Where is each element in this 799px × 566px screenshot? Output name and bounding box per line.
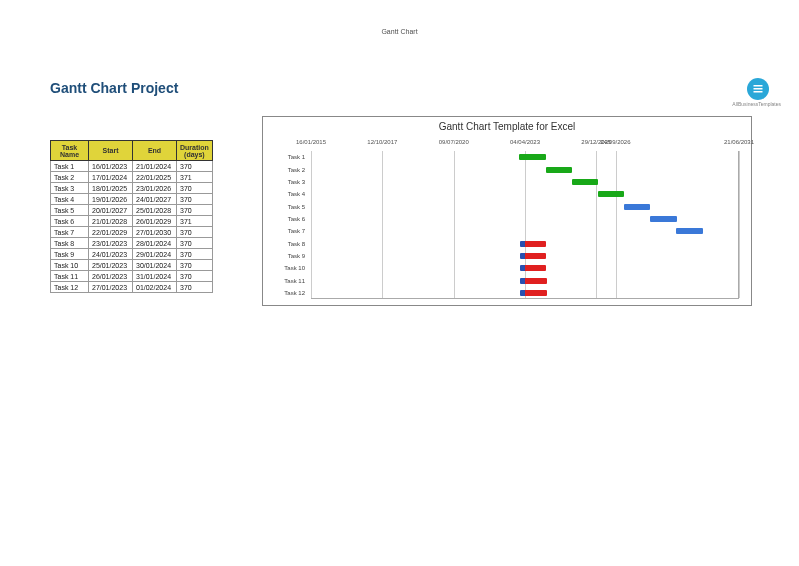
document-title: Gantt Chart [0, 28, 799, 35]
table-cell: 371 [177, 172, 213, 183]
gridline [382, 151, 383, 298]
gridline [739, 151, 740, 298]
table-row: Task 116/01/202321/01/2024370 [51, 161, 213, 172]
gantt-bar [624, 204, 650, 210]
table-cell: 370 [177, 183, 213, 194]
gridline [311, 151, 312, 298]
table-cell: Task 1 [51, 161, 89, 172]
y-axis-labels: Task 1Task 2Task 3Task 4Task 5Task 6Task… [263, 151, 309, 299]
table-cell: Task 5 [51, 205, 89, 216]
x-tick-label: 21/06/2031 [724, 139, 754, 145]
table-cell: 370 [177, 249, 213, 260]
table-cell: 23/01/2026 [133, 183, 177, 194]
y-tick-label: Task 3 [288, 179, 305, 185]
table-row: Task 1025/01/202330/01/2024370 [51, 260, 213, 271]
table-cell: 370 [177, 194, 213, 205]
x-tick-label: 04/04/2023 [510, 139, 540, 145]
table-cell: 26/01/2023 [89, 271, 133, 282]
table-row: Task 823/01/202328/01/2024370 [51, 238, 213, 249]
table-cell: 24/01/2023 [89, 249, 133, 260]
col-task-name: Task Name [51, 141, 89, 161]
table-header-row: Task Name Start End Duration (days) [51, 141, 213, 161]
y-tick-label: Task 7 [288, 228, 305, 234]
logo-caption: AllBusinessTemplates [732, 101, 781, 107]
table-cell: Task 11 [51, 271, 89, 282]
y-tick-label: Task 2 [288, 167, 305, 173]
table-row: Task 419/01/202624/01/2027370 [51, 194, 213, 205]
y-tick-label: Task 4 [288, 191, 305, 197]
gantt-bar [546, 167, 572, 173]
page-title: Gantt Chart Project [50, 80, 178, 96]
table-cell: Task 6 [51, 216, 89, 227]
table-cell: 370 [177, 227, 213, 238]
x-tick-label: 12/10/2017 [367, 139, 397, 145]
table-cell: 21/01/2028 [89, 216, 133, 227]
table-cell: Task 8 [51, 238, 89, 249]
gantt-bar [676, 228, 702, 234]
chart-title: Gantt Chart Template for Excel [263, 117, 751, 134]
y-tick-label: Task 12 [284, 290, 305, 296]
table-cell: Task 3 [51, 183, 89, 194]
y-tick-label: Task 5 [288, 204, 305, 210]
col-start: Start [89, 141, 133, 161]
gridline [596, 151, 597, 298]
gantt-chart: Gantt Chart Template for Excel 16/01/201… [262, 116, 752, 306]
table-cell: 370 [177, 282, 213, 293]
col-end: End [133, 141, 177, 161]
table-cell: 27/01/2030 [133, 227, 177, 238]
table-cell: 29/01/2024 [133, 249, 177, 260]
gantt-bar [520, 253, 546, 259]
table-cell: 20/01/2027 [89, 205, 133, 216]
table-row: Task 621/01/202826/01/2029371 [51, 216, 213, 227]
gridline [616, 151, 617, 298]
table-row: Task 318/01/202523/01/2026370 [51, 183, 213, 194]
gridline [454, 151, 455, 298]
gantt-bar [598, 191, 624, 197]
gantt-bar [520, 290, 546, 296]
table-cell: 22/01/2029 [89, 227, 133, 238]
table-cell: 28/01/2024 [133, 238, 177, 249]
table-cell: 25/01/2028 [133, 205, 177, 216]
table-cell: 31/01/2024 [133, 271, 177, 282]
svg-rect-2 [754, 91, 763, 93]
table-cell: 370 [177, 260, 213, 271]
y-tick-label: Task 1 [288, 154, 305, 160]
x-tick-label: 16/01/2015 [296, 139, 326, 145]
table-cell: 22/01/2025 [133, 172, 177, 183]
gantt-bar [520, 241, 546, 247]
table-cell: Task 12 [51, 282, 89, 293]
gantt-bar [519, 154, 545, 160]
table-cell: 23/01/2023 [89, 238, 133, 249]
table-cell: 19/01/2026 [89, 194, 133, 205]
table-row: Task 520/01/202725/01/2028370 [51, 205, 213, 216]
table-cell: Task 9 [51, 249, 89, 260]
table-cell: 01/02/2024 [133, 282, 177, 293]
y-tick-label: Task 9 [288, 253, 305, 259]
task-table: Task Name Start End Duration (days) Task… [50, 140, 213, 293]
gantt-bar [572, 179, 598, 185]
table-cell: Task 4 [51, 194, 89, 205]
plot-area [311, 151, 739, 299]
gantt-bar [650, 216, 676, 222]
logo-icon [747, 78, 769, 100]
x-tick-label: 24/09/2026 [601, 139, 631, 145]
table-cell: 17/01/2024 [89, 172, 133, 183]
svg-rect-0 [754, 85, 763, 87]
table-cell: 30/01/2024 [133, 260, 177, 271]
table-cell: 24/01/2027 [133, 194, 177, 205]
x-axis-ticks: 16/01/201512/10/201709/07/202004/04/2023… [311, 139, 739, 149]
table-cell: 25/01/2023 [89, 260, 133, 271]
table-row: Task 217/01/202422/01/2025371 [51, 172, 213, 183]
table-row: Task 722/01/202927/01/2030370 [51, 227, 213, 238]
table-cell: 26/01/2029 [133, 216, 177, 227]
x-tick-label: 09/07/2020 [439, 139, 469, 145]
table-cell: 16/01/2023 [89, 161, 133, 172]
table-cell: 370 [177, 161, 213, 172]
table-cell: 370 [177, 205, 213, 216]
gantt-bar [520, 265, 546, 271]
y-tick-label: Task 8 [288, 241, 305, 247]
table-cell: 18/01/2025 [89, 183, 133, 194]
table-cell: Task 2 [51, 172, 89, 183]
table-cell: 370 [177, 271, 213, 282]
table-row: Task 924/01/202329/01/2024370 [51, 249, 213, 260]
